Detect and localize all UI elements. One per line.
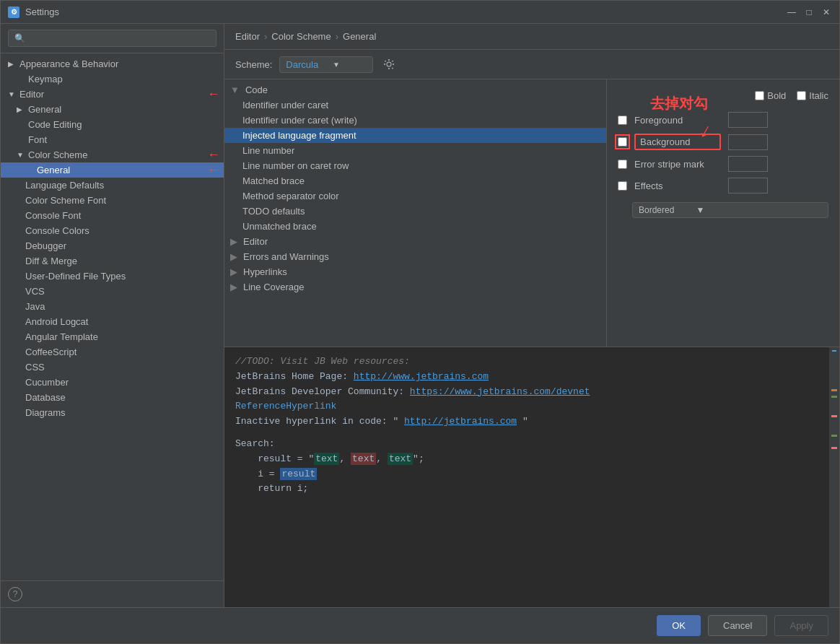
sidebar: ▶ Appearance & Behavior Keymap ▼ Editor … [1,24,224,607]
item-label: Method separator color [242,191,339,201]
sidebar-item-code-editing[interactable]: Code Editing [1,117,224,132]
code-preview: //TODO: Visit JB Web resources: JetBrain… [224,347,839,607]
item-label: Matched brace [242,175,305,186]
code-line-ref: ReferenceHyperlink [235,399,818,414]
bold-label: Bold [767,90,786,101]
background-checkbox[interactable] [618,137,627,147]
color-tree-identifier-write[interactable]: Identifier under caret (write) [224,113,606,128]
color-tree-line-caret[interactable]: Line number on caret row [224,158,606,173]
ok-button[interactable]: OK [657,615,701,636]
annotation-text: 去掉对勾 [650,94,708,113]
sidebar-item-language-defaults[interactable]: Language Defaults [1,178,224,193]
color-tree-coverage[interactable]: ▶ Line Coverage [224,279,606,295]
sidebar-item-css[interactable]: CSS [1,360,224,375]
scheme-row: Scheme: Darcula ▼ [224,50,839,79]
sidebar-item-console-font[interactable]: Console Font [1,208,224,223]
sidebar-item-diff-merge[interactable]: Diff & Merge [1,253,224,269]
color-tree-editor[interactable]: ▶ Editor [224,234,606,249]
apply-button[interactable]: Apply [774,615,828,636]
effects-color-swatch[interactable] [728,178,768,193]
color-tree-method-sep[interactable]: Method separator color [224,188,606,204]
sidebar-item-editor[interactable]: ▼ Editor ← [1,87,224,102]
bold-checkbox[interactable] [755,91,764,100]
scroll-marker [831,447,837,449]
sidebar-item-vcs[interactable]: VCS [1,284,224,299]
bold-checkbox-label[interactable]: Bold [755,90,786,101]
sidebar-label: Keymap [28,74,63,84]
sidebar-item-android-logcat[interactable]: Android Logcat [1,314,224,329]
sidebar-item-debugger[interactable]: Debugger [1,238,224,253]
color-tree-hyperlinks[interactable]: ▶ Hyperlinks [224,264,606,279]
arrow-icon: ▼ [17,151,25,159]
sidebar-item-color-scheme[interactable]: ▼ Color Scheme ← [1,147,224,162]
scroll-marker [831,415,837,417]
sidebar-item-java[interactable]: Java [1,299,224,314]
scheme-dropdown[interactable]: Darcula ▼ [279,56,373,73]
sidebar-item-coffeescript[interactable]: CoffeeScript [1,344,224,360]
color-tree-errors[interactable]: ▶ Errors and Warnings [224,249,606,264]
expand-icon: ▶ [230,251,237,262]
arrow-icon: ▶ [8,60,17,68]
sidebar-item-appearance[interactable]: ▶ Appearance & Behavior [1,56,224,71]
item-label: Unmatched brace [242,221,317,232]
foreground-color-swatch[interactable] [728,112,768,128]
color-tree-unmatched[interactable]: Unmatched brace [224,219,606,234]
sidebar-item-keymap[interactable]: Keymap [1,71,224,87]
effects-type-dropdown[interactable]: Bordered ▼ [632,202,828,218]
foreground-checkbox[interactable] [618,116,627,125]
effects-type-value: Bordered [639,205,674,215]
code-line-result: result = "text, text, text"; [235,452,818,467]
arrow-icon: ▼ [8,90,17,98]
sidebar-label: Android Logcat [25,316,88,327]
code-line-community: JetBrains Developer Community: https://w… [235,385,818,400]
sidebar-item-general-selected[interactable]: General ← [1,162,224,178]
sidebar-item-general[interactable]: ▶ General [1,102,224,117]
close-button[interactable]: ✕ [821,6,832,18]
color-tree-identifier-caret[interactable]: Identifier under caret [224,97,606,113]
sidebar-item-diagrams[interactable]: Diagrams [1,405,224,420]
help-button[interactable]: ? [8,587,22,601]
sidebar-label: Console Font [25,210,81,221]
sidebar-item-user-defined[interactable]: User-Defined File Types [1,269,224,284]
sidebar-item-database[interactable]: Database [1,390,224,405]
expand-icon: ▶ [230,282,237,292]
sidebar-label: Editor [19,89,44,100]
sidebar-item-console-colors[interactable]: Console Colors [1,223,224,238]
item-label: Line number on caret row [242,160,349,171]
scroll-marker [831,435,837,437]
breadcrumb-general: General [343,31,376,42]
cancel-button[interactable]: Cancel [708,615,767,636]
search-input[interactable] [8,30,216,47]
color-tree-code[interactable]: ▼ Code [224,82,606,97]
item-label: Injected language fragment [242,130,356,141]
section-label: Line Coverage [243,282,305,292]
maximize-button[interactable]: □ [803,6,815,18]
code-scrollbar[interactable] [829,347,839,607]
effects-checkbox[interactable] [618,181,627,191]
sidebar-label: Cucumber [25,377,69,388]
background-color-swatch[interactable] [728,134,768,150]
italic-checkbox-label[interactable]: Italic [797,90,828,101]
annotation-arrow-2: ← [207,147,220,162]
code-line-homepage: JetBrains Home Page: http://www.jetbrain… [235,370,818,385]
italic-checkbox[interactable] [797,91,806,100]
color-tree-injected[interactable]: Injected language fragment [224,128,606,143]
settings-window: ⚙ Settings — □ ✕ ▶ Appearance & Behavior [0,0,840,644]
color-tree-line-number[interactable]: Line number [224,143,606,158]
sidebar-item-color-scheme-font[interactable]: Color Scheme Font [1,193,224,208]
sidebar-label: VCS [25,286,45,297]
sidebar-item-angular[interactable]: Angular Template [1,329,224,344]
effects-type-row: Bordered ▼ [632,202,828,218]
error-stripe-checkbox[interactable] [618,160,627,169]
error-stripe-row: Error stripe mark [618,156,828,172]
scheme-settings-button[interactable] [380,56,398,73]
sidebar-item-cucumber[interactable]: Cucumber [1,375,224,390]
minimize-button[interactable]: — [786,6,797,18]
sidebar-label: Diagrams [25,407,66,418]
sidebar-item-font[interactable]: Font [1,132,224,147]
breadcrumb-editor: Editor [235,31,260,42]
error-stripe-color-swatch[interactable] [728,156,768,172]
error-stripe-label: Error stripe mark [634,159,721,170]
color-tree-matched-brace[interactable]: Matched brace [224,173,606,188]
color-tree-todo[interactable]: TODO defaults [224,204,606,219]
